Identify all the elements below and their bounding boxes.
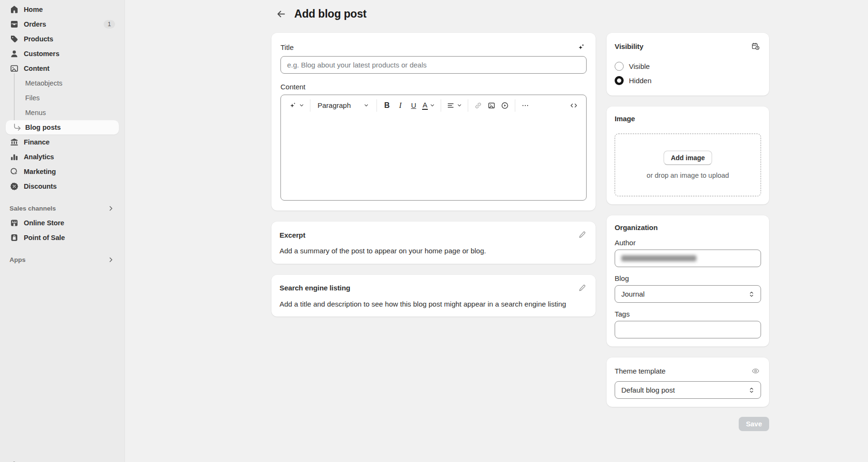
visibility-option-hidden[interactable]: Hidden <box>615 73 761 87</box>
blog-label: Blog <box>615 274 761 282</box>
calendar-clock-icon <box>751 42 760 51</box>
title-input[interactable] <box>280 56 587 74</box>
sidebar-item-online-store[interactable]: Online Store <box>6 216 119 230</box>
radio-unchecked <box>615 62 624 71</box>
chevron-down-icon <box>456 102 463 108</box>
theme-template-label: Theme template <box>615 367 665 375</box>
radio-checked <box>615 76 624 85</box>
section-sales-channels[interactable]: Sales channels <box>6 202 119 214</box>
ai-assistant-button[interactable] <box>287 98 307 113</box>
sidebar-item-files[interactable]: Files <box>6 91 119 105</box>
analytics-icon <box>10 152 19 162</box>
back-button[interactable] <box>274 7 288 21</box>
card-search-engine-listing: Search engine listing Add a title and de… <box>271 275 596 317</box>
content-label: Content <box>280 83 587 91</box>
chevron-down-icon <box>299 102 305 108</box>
sidebar-item-home[interactable]: Home <box>6 2 119 17</box>
play-circle-icon <box>501 101 509 110</box>
excerpt-description: Add a summary of the post to appear on y… <box>280 246 588 256</box>
pencil-icon <box>578 284 587 292</box>
card-title-content: Title Content <box>271 33 596 211</box>
pencil-icon <box>578 231 587 239</box>
card-organization: Organization Author Blog Journal <box>607 215 769 346</box>
sidebar-nav: Home Orders 1 Products Customers C <box>0 2 125 266</box>
card-excerpt: Excerpt Add a summary of the post to app… <box>271 221 596 264</box>
section-label: Apps <box>10 256 26 263</box>
text-color-button[interactable]: A <box>420 98 437 113</box>
blog-select[interactable]: Journal <box>615 285 761 303</box>
save-button[interactable]: Save <box>739 417 769 431</box>
ai-generate-title-button[interactable] <box>576 42 587 53</box>
sidebar-item-customers[interactable]: Customers <box>6 47 119 61</box>
italic-button[interactable]: I <box>394 98 407 113</box>
edit-excerpt-button[interactable] <box>577 230 588 240</box>
alignment-dropdown[interactable] <box>444 98 464 113</box>
redacted-author-value <box>621 255 696 261</box>
sidebar-item-orders[interactable]: Orders 1 <box>6 17 119 31</box>
more-options-button[interactable] <box>519 98 532 113</box>
sidebar-item-metaobjects[interactable]: Metaobjects <box>6 76 119 90</box>
preview-theme-button[interactable] <box>750 366 761 376</box>
bold-button[interactable]: B <box>380 98 394 113</box>
arrow-left-icon <box>276 9 286 19</box>
sidebar-item-settings[interactable]: Settings <box>6 458 119 462</box>
editor-toolbar: Paragraph B I U A <box>281 95 586 116</box>
sidebar-item-blog-posts[interactable]: Blog posts <box>6 120 119 135</box>
code-view-button[interactable] <box>567 98 580 113</box>
sidebar-item-label: Home <box>24 6 43 13</box>
sidebar-item-label: Analytics <box>24 153 54 161</box>
orders-count-badge: 1 <box>104 20 115 29</box>
sidebar-item-menus[interactable]: Menus <box>6 106 119 120</box>
home-icon <box>10 5 19 14</box>
schedule-visibility-button[interactable] <box>750 41 761 52</box>
card-theme-template: Theme template Default blog post <box>607 357 769 407</box>
image-dropzone[interactable]: Add image or drop an image to upload <box>615 134 761 196</box>
up-down-chevrons-icon <box>748 386 755 394</box>
online-store-icon <box>10 218 19 228</box>
seo-title: Search engine listing <box>280 284 350 292</box>
link-icon <box>474 101 482 110</box>
discounts-icon <box>10 182 19 191</box>
sidebar-item-label: Customers <box>24 50 59 58</box>
orders-icon <box>10 19 19 29</box>
card-image: Image Add image or drop an image to uplo… <box>607 106 769 204</box>
sidebar-item-products[interactable]: Products <box>6 32 119 46</box>
add-image-button[interactable]: Add image <box>664 151 712 165</box>
insert-link-button[interactable] <box>472 98 485 113</box>
edit-seo-button[interactable] <box>577 283 588 293</box>
sidebar-item-finance[interactable]: Finance <box>6 135 119 149</box>
visibility-option-visible[interactable]: Visible <box>615 59 761 73</box>
sidebar-item-content[interactable]: Content <box>6 61 119 76</box>
author-label: Author <box>615 239 761 247</box>
editor-content-area[interactable] <box>281 116 586 200</box>
sidebar-item-marketing[interactable]: Marketing <box>6 164 119 179</box>
paragraph-style-dropdown[interactable]: Paragraph <box>314 98 373 113</box>
visibility-title: Visibility <box>615 42 643 50</box>
insert-image-button[interactable] <box>485 98 498 113</box>
sidebar-item-discounts[interactable]: Discounts <box>6 179 119 193</box>
sidebar: Home Orders 1 Products Customers C <box>0 0 125 462</box>
tags-label: Tags <box>615 310 761 318</box>
toolbar-divider <box>441 99 441 112</box>
tags-input[interactable] <box>615 321 761 338</box>
sidebar-item-label: Orders <box>24 20 46 28</box>
section-apps[interactable]: Apps <box>6 253 119 266</box>
toolbar-divider <box>515 99 515 112</box>
sidebar-item-point-of-sale[interactable]: Point of Sale <box>6 231 119 245</box>
page-title: Add blog post <box>294 8 366 20</box>
insert-video-button[interactable] <box>498 98 511 113</box>
toolbar-divider <box>310 99 310 112</box>
theme-template-value: Default blog post <box>621 386 675 394</box>
chevron-right-icon <box>107 256 115 264</box>
image-title: Image <box>615 115 635 123</box>
sidebar-item-label: Metaobjects <box>25 79 62 87</box>
sidebar-item-analytics[interactable]: Analytics <box>6 150 119 164</box>
three-dots-icon <box>521 101 530 110</box>
sidebar-item-label: Marketing <box>24 168 56 175</box>
underline-button[interactable]: U <box>407 98 420 113</box>
theme-template-select[interactable]: Default blog post <box>615 381 761 399</box>
chevron-down-icon <box>363 102 369 108</box>
author-input[interactable] <box>615 250 761 267</box>
main-content: Add blog post Title Content <box>125 0 868 462</box>
sidebar-item-label: Finance <box>24 138 49 146</box>
